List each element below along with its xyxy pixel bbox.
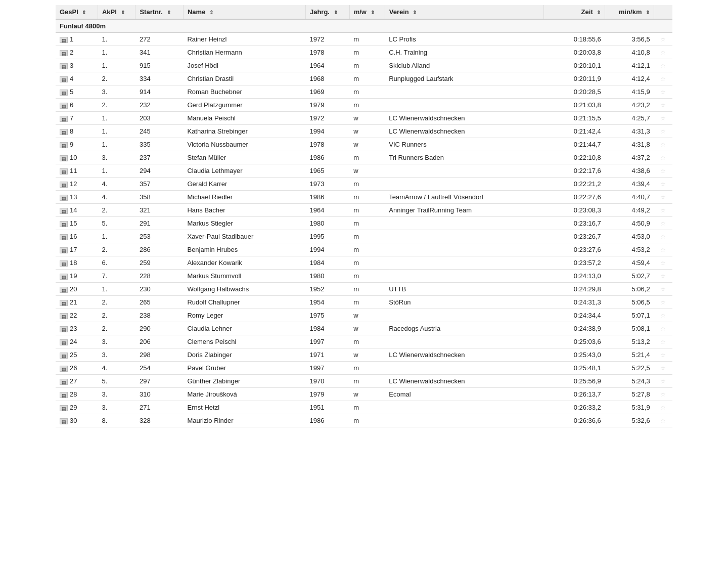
cell-mw: w [349, 112, 385, 125]
star-icon[interactable]: ☆ [660, 75, 666, 82]
star-icon[interactable]: ☆ [660, 299, 666, 306]
cell-actions[interactable]: ☆ [654, 309, 672, 322]
col-header-mw[interactable]: m/w ⇕ [349, 5, 385, 19]
cell-actions[interactable]: ☆ [654, 322, 672, 335]
cell-jahrg: 1995 [305, 230, 349, 243]
cell-mw: m [349, 217, 385, 230]
star-icon[interactable]: ☆ [660, 207, 666, 214]
col-header-verein[interactable]: Verein ⇕ [385, 5, 544, 19]
star-icon[interactable]: ☆ [660, 49, 666, 56]
star-icon[interactable]: ☆ [660, 89, 666, 96]
star-icon[interactable]: ☆ [660, 259, 666, 267]
cell-minkm: 4:40,7 [605, 191, 654, 204]
star-icon[interactable]: ☆ [660, 36, 666, 43]
cell-jahrg: 1994 [305, 243, 349, 256]
cell-actions[interactable]: ☆ [654, 335, 672, 348]
cell-actions[interactable]: ☆ [654, 191, 672, 204]
cell-actions[interactable]: ☆ [654, 138, 672, 151]
cell-actions[interactable]: ☆ [654, 401, 672, 414]
cell-akpl: 1. [98, 59, 135, 72]
cell-startnr: 272 [135, 33, 184, 46]
cell-name: Wolfgang Halbwachs [183, 283, 305, 296]
cell-actions[interactable]: ☆ [654, 270, 672, 283]
cell-jahrg: 1997 [305, 362, 349, 375]
cell-actions[interactable]: ☆ [654, 217, 672, 230]
col-header-name[interactable]: Name ⇕ [183, 5, 305, 19]
star-icon[interactable]: ☆ [660, 233, 666, 240]
star-icon[interactable]: ☆ [660, 273, 666, 280]
cell-jahrg: 1972 [305, 33, 349, 46]
star-icon[interactable]: ☆ [660, 417, 666, 424]
cell-actions[interactable]: ☆ [654, 414, 672, 427]
cell-actions[interactable]: ☆ [654, 59, 672, 72]
cell-actions[interactable]: ☆ [654, 72, 672, 85]
star-icon[interactable]: ☆ [660, 181, 666, 188]
star-icon[interactable]: ☆ [660, 115, 666, 122]
cell-akpl: 1. [98, 164, 135, 178]
star-icon[interactable]: ☆ [660, 102, 666, 109]
col-header-minkm[interactable]: min/km ⇕ [605, 5, 654, 19]
col-header-startnr[interactable]: Startnr. ⇕ [135, 5, 184, 19]
cell-startnr: 310 [135, 388, 184, 401]
cell-actions[interactable]: ☆ [654, 243, 672, 256]
cell-actions[interactable]: ☆ [654, 256, 672, 270]
cell-name: Manuela Peischl [183, 112, 305, 125]
star-icon[interactable]: ☆ [660, 194, 666, 201]
star-icon[interactable]: ☆ [660, 352, 666, 359]
cell-startnr: 254 [135, 362, 184, 375]
sort-arrows-verein: ⇕ [413, 10, 417, 15]
cell-name: Maurizio Rinder [183, 414, 305, 427]
cell-minkm: 4:53,0 [605, 230, 654, 243]
col-header-jahrg[interactable]: Jahrg. ⇕ [305, 5, 349, 19]
cell-actions[interactable]: ☆ [654, 125, 672, 138]
sort-arrows-mw: ⇕ [371, 10, 375, 15]
star-icon[interactable]: ☆ [660, 391, 666, 398]
cell-mw: w [349, 164, 385, 178]
cell-gespl: ▤18 [56, 256, 98, 270]
col-header-gespl[interactable]: GesPl ⇕ [56, 5, 98, 19]
table-row: ▤243.206Clemens Peischl1997m0:25:03,65:1… [56, 335, 672, 348]
star-icon[interactable]: ☆ [660, 365, 666, 372]
cell-actions[interactable]: ☆ [654, 46, 672, 59]
cell-minkm: 5:22,5 [605, 362, 654, 375]
star-icon[interactable]: ☆ [660, 404, 666, 411]
star-icon[interactable]: ☆ [660, 154, 666, 161]
star-icon[interactable]: ☆ [660, 286, 666, 293]
star-icon[interactable]: ☆ [660, 167, 666, 174]
cell-startnr: 328 [135, 414, 184, 427]
cell-actions[interactable]: ☆ [654, 85, 672, 99]
cell-actions[interactable]: ☆ [654, 164, 672, 178]
cell-actions[interactable]: ☆ [654, 362, 672, 375]
cell-actions[interactable]: ☆ [654, 99, 672, 112]
cell-actions[interactable]: ☆ [654, 296, 672, 309]
cell-actions[interactable]: ☆ [654, 388, 672, 401]
cell-actions[interactable]: ☆ [654, 204, 672, 217]
cell-actions[interactable]: ☆ [654, 230, 672, 243]
cell-zeit: 0:26:13,7 [544, 388, 605, 401]
cell-actions[interactable]: ☆ [654, 348, 672, 362]
star-icon[interactable]: ☆ [660, 141, 666, 148]
col-header-akpl[interactable]: AkPl ⇕ [98, 5, 135, 19]
cell-actions[interactable]: ☆ [654, 33, 672, 46]
flag-icon: ▤ [60, 366, 68, 372]
star-icon[interactable]: ☆ [660, 378, 666, 385]
cell-actions[interactable]: ☆ [654, 375, 672, 388]
cell-startnr: 915 [135, 59, 184, 72]
star-icon[interactable]: ☆ [660, 220, 666, 227]
star-icon[interactable]: ☆ [660, 312, 666, 319]
cell-gespl: ▤24 [56, 335, 98, 348]
cell-akpl: 2. [98, 243, 135, 256]
star-icon[interactable]: ☆ [660, 128, 666, 135]
star-icon[interactable]: ☆ [660, 325, 666, 332]
col-header-zeit[interactable]: Zeit ⇕ [544, 5, 605, 19]
cell-actions[interactable]: ☆ [654, 178, 672, 191]
cell-actions[interactable]: ☆ [654, 283, 672, 296]
star-icon[interactable]: ☆ [660, 338, 666, 345]
cell-actions[interactable]: ☆ [654, 112, 672, 125]
star-icon[interactable]: ☆ [660, 62, 666, 69]
flag-icon: ▤ [60, 326, 68, 332]
cell-jahrg: 1968 [305, 72, 349, 85]
cell-actions[interactable]: ☆ [654, 151, 672, 164]
star-icon[interactable]: ☆ [660, 246, 666, 253]
cell-jahrg: 1986 [305, 414, 349, 427]
